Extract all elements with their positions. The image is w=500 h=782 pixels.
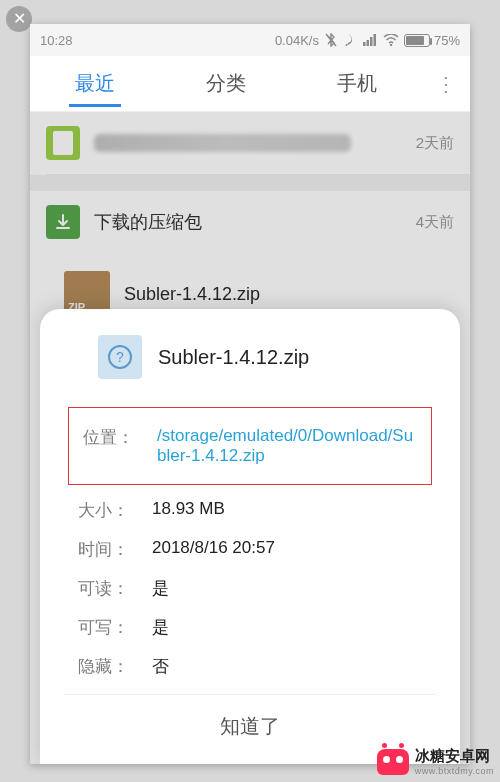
svg-rect-2 [363, 42, 366, 46]
svg-rect-5 [373, 34, 376, 46]
field-location: 位置： /storage/emulated/0/Download/Subler-… [69, 418, 421, 474]
field-label: 可读： [78, 577, 152, 600]
status-bar: 10:28 0.04K/s 75% [30, 24, 470, 56]
net-speed: 0.04K/s [275, 33, 319, 48]
svg-point-6 [390, 44, 392, 46]
field-writable: 可写： 是 [64, 608, 436, 647]
question-icon: ? [98, 335, 142, 379]
field-value: 18.93 MB [152, 499, 432, 519]
modal-backdrop[interactable]: ? Subler-1.4.12.zip 位置： /storage/emulate… [30, 112, 470, 764]
tab-more-button[interactable]: ⋮ [422, 72, 470, 96]
battery-icon [404, 34, 430, 47]
tab-label: 分类 [206, 72, 246, 94]
more-icon: ⋮ [436, 73, 456, 95]
tab-category[interactable]: 分类 [161, 60, 292, 107]
watermark-url: www.btxtdmy.com [415, 766, 494, 776]
field-label: 可写： [78, 616, 152, 639]
field-value: 2018/8/16 20:57 [152, 538, 432, 558]
battery-pct: 75% [434, 33, 460, 48]
signal-icon [363, 34, 377, 46]
field-value: /storage/emulated/0/Download/Subler-1.4.… [157, 426, 417, 466]
close-glyph: ✕ [13, 11, 26, 27]
file-info-modal: ? Subler-1.4.12.zip 位置： /storage/emulate… [40, 309, 460, 764]
file-list: 2天前 下载的压缩包 4天前 ZIP Subler-1.4.12.zip [30, 112, 470, 764]
field-label: 大小： [78, 499, 152, 522]
mute-icon [343, 33, 357, 47]
tab-recent[interactable]: 最近 [30, 60, 161, 107]
svg-point-1 [345, 44, 347, 46]
field-label: 时间： [78, 538, 152, 561]
field-readable: 可读： 是 [64, 569, 436, 608]
close-icon[interactable]: ✕ [6, 6, 32, 32]
tab-label: 手机 [337, 72, 377, 94]
robot-icon [377, 749, 409, 775]
field-value: 是 [152, 616, 432, 639]
tab-bar: 最近 分类 手机 ⋮ [30, 56, 470, 112]
highlight-box: 位置： /storage/emulated/0/Download/Subler-… [68, 407, 432, 485]
watermark: 冰糖安卓网 www.btxtdmy.com [377, 747, 494, 776]
tab-label: 最近 [75, 72, 115, 94]
svg-rect-4 [370, 37, 373, 46]
modal-ok-button[interactable]: 知道了 [64, 694, 436, 746]
field-time: 时间： 2018/8/16 20:57 [64, 530, 436, 569]
bluetooth-off-icon [325, 33, 337, 47]
svg-rect-3 [366, 40, 369, 46]
field-label: 位置： [83, 426, 157, 449]
modal-title: Subler-1.4.12.zip [158, 346, 309, 369]
field-size: 大小： 18.93 MB [64, 491, 436, 530]
wifi-icon [383, 34, 399, 46]
phone-frame: 10:28 0.04K/s 75% 最近 分类 手机 ⋮ 2天前 [30, 24, 470, 764]
ok-label: 知道了 [220, 715, 280, 737]
watermark-title: 冰糖安卓网 [415, 747, 490, 764]
tab-phone[interactable]: 手机 [291, 60, 422, 107]
clock: 10:28 [40, 33, 73, 48]
field-value: 是 [152, 577, 432, 600]
field-hidden: 隐藏： 否 [64, 647, 436, 686]
field-value: 否 [152, 655, 432, 678]
field-label: 隐藏： [78, 655, 152, 678]
